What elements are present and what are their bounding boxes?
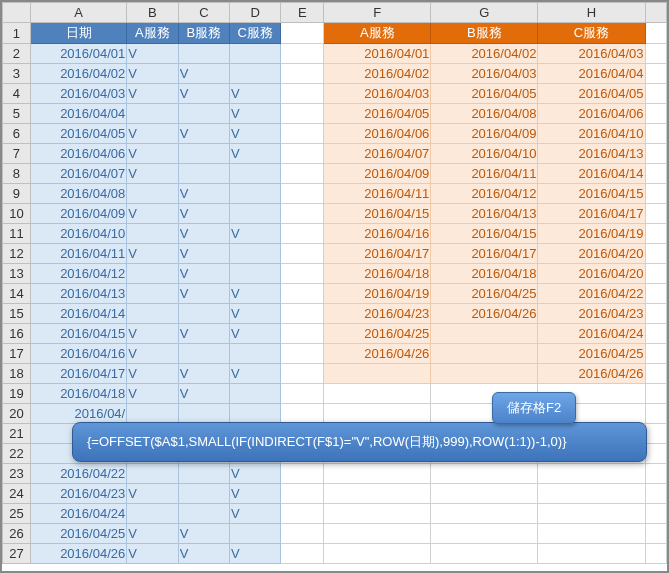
result-cell[interactable]: 2016/04/15 bbox=[324, 204, 431, 224]
service-cell[interactable] bbox=[127, 104, 178, 124]
result-cell[interactable]: 2016/04/24 bbox=[538, 324, 645, 344]
result-cell[interactable]: 2016/04/15 bbox=[538, 184, 645, 204]
date-cell[interactable]: 2016/04/06 bbox=[30, 144, 126, 164]
col-header-H[interactable]: H bbox=[538, 3, 645, 23]
row-header[interactable]: 11 bbox=[3, 224, 31, 244]
row-header[interactable]: 25 bbox=[3, 504, 31, 524]
date-cell[interactable]: 2016/04/11 bbox=[30, 244, 126, 264]
date-cell[interactable]: 2016/04/17 bbox=[30, 364, 126, 384]
result-cell[interactable]: 2016/04/05 bbox=[324, 104, 431, 124]
service-cell[interactable]: V bbox=[230, 364, 281, 384]
row-header[interactable]: 13 bbox=[3, 264, 31, 284]
service-cell[interactable]: V bbox=[127, 124, 178, 144]
service-cell[interactable] bbox=[127, 264, 178, 284]
service-cell[interactable] bbox=[230, 384, 281, 404]
date-cell[interactable]: 2016/04/24 bbox=[30, 504, 126, 524]
result-cell[interactable]: 2016/04/26 bbox=[324, 344, 431, 364]
result-cell[interactable]: 2016/04/20 bbox=[538, 244, 645, 264]
result-cell[interactable]: 2016/04/09 bbox=[324, 164, 431, 184]
service-cell[interactable]: V bbox=[127, 44, 178, 64]
result-cell[interactable]: 2016/04/05 bbox=[431, 84, 538, 104]
service-cell[interactable]: V bbox=[127, 364, 178, 384]
row-header[interactable]: 2 bbox=[3, 44, 31, 64]
service-cell[interactable]: V bbox=[127, 324, 178, 344]
result-cell[interactable]: 2016/04/17 bbox=[431, 244, 538, 264]
service-cell[interactable]: V bbox=[178, 184, 229, 204]
col-header-F[interactable]: F bbox=[324, 3, 431, 23]
result-cell[interactable]: 2016/04/03 bbox=[431, 64, 538, 84]
blank-cell[interactable] bbox=[281, 264, 324, 284]
result-cell[interactable] bbox=[431, 544, 538, 564]
result-cell[interactable]: 2016/04/13 bbox=[538, 144, 645, 164]
result-cell[interactable]: 2016/04/17 bbox=[538, 204, 645, 224]
result-cell[interactable]: 2016/04/02 bbox=[324, 64, 431, 84]
result-cell[interactable]: 2016/04/19 bbox=[324, 284, 431, 304]
service-cell[interactable] bbox=[178, 464, 229, 484]
date-cell[interactable]: 2016/04/10 bbox=[30, 224, 126, 244]
blank-cell[interactable] bbox=[281, 164, 324, 184]
result-cell[interactable] bbox=[324, 384, 431, 404]
row-header[interactable]: 18 bbox=[3, 364, 31, 384]
blank-cell[interactable] bbox=[281, 464, 324, 484]
orange-header-cell[interactable]: C服務 bbox=[538, 23, 645, 44]
service-cell[interactable]: V bbox=[230, 544, 281, 564]
blank-cell[interactable] bbox=[281, 204, 324, 224]
result-cell[interactable]: 2016/04/06 bbox=[324, 124, 431, 144]
service-cell[interactable]: V bbox=[178, 544, 229, 564]
blank-cell[interactable] bbox=[281, 344, 324, 364]
service-cell[interactable]: V bbox=[178, 264, 229, 284]
row-header[interactable]: 17 bbox=[3, 344, 31, 364]
blank-cell[interactable] bbox=[281, 304, 324, 324]
row-header[interactable]: 15 bbox=[3, 304, 31, 324]
blank-cell[interactable] bbox=[281, 124, 324, 144]
result-cell[interactable]: 2016/04/18 bbox=[431, 264, 538, 284]
result-cell[interactable]: 2016/04/05 bbox=[538, 84, 645, 104]
service-cell[interactable]: V bbox=[178, 124, 229, 144]
service-cell[interactable] bbox=[230, 244, 281, 264]
result-cell[interactable] bbox=[431, 344, 538, 364]
row-header[interactable]: 12 bbox=[3, 244, 31, 264]
result-cell[interactable]: 2016/04/25 bbox=[324, 324, 431, 344]
blue-header-cell[interactable]: 日期 bbox=[30, 23, 126, 44]
row-header[interactable]: 10 bbox=[3, 204, 31, 224]
result-cell[interactable] bbox=[431, 464, 538, 484]
result-cell[interactable]: 2016/04/14 bbox=[538, 164, 645, 184]
result-cell[interactable] bbox=[431, 484, 538, 504]
result-cell[interactable]: 2016/04/12 bbox=[431, 184, 538, 204]
result-cell[interactable]: 2016/04/17 bbox=[324, 244, 431, 264]
result-cell[interactable]: 2016/04/01 bbox=[324, 44, 431, 64]
result-cell[interactable]: 2016/04/15 bbox=[431, 224, 538, 244]
result-cell[interactable]: 2016/04/11 bbox=[324, 184, 431, 204]
service-cell[interactable] bbox=[178, 404, 229, 424]
service-cell[interactable]: V bbox=[178, 384, 229, 404]
blank-cell[interactable] bbox=[281, 484, 324, 504]
service-cell[interactable]: V bbox=[127, 524, 178, 544]
service-cell[interactable]: V bbox=[127, 344, 178, 364]
row-header[interactable]: 16 bbox=[3, 324, 31, 344]
result-cell[interactable]: 2016/04/23 bbox=[324, 304, 431, 324]
service-cell[interactable] bbox=[178, 44, 229, 64]
service-cell[interactable]: V bbox=[178, 364, 229, 384]
row-header[interactable]: 3 bbox=[3, 64, 31, 84]
service-cell[interactable]: V bbox=[178, 84, 229, 104]
service-cell[interactable]: V bbox=[230, 304, 281, 324]
result-cell[interactable] bbox=[431, 324, 538, 344]
service-cell[interactable]: V bbox=[230, 484, 281, 504]
row-header[interactable]: 20 bbox=[3, 404, 31, 424]
service-cell[interactable]: V bbox=[178, 64, 229, 84]
result-cell[interactable]: 2016/04/26 bbox=[538, 364, 645, 384]
row-header[interactable]: 5 bbox=[3, 104, 31, 124]
blank-cell[interactable] bbox=[281, 524, 324, 544]
service-cell[interactable] bbox=[230, 524, 281, 544]
service-cell[interactable]: V bbox=[178, 204, 229, 224]
row-header[interactable]: 7 bbox=[3, 144, 31, 164]
service-cell[interactable] bbox=[127, 504, 178, 524]
service-cell[interactable]: V bbox=[178, 524, 229, 544]
col-header-E[interactable]: E bbox=[281, 3, 324, 23]
spreadsheet-grid[interactable]: A B C D E F G H 1日期A服務B服務C服務A服務B服務C服務220… bbox=[2, 2, 667, 564]
service-cell[interactable]: V bbox=[127, 384, 178, 404]
result-cell[interactable]: 2016/04/04 bbox=[538, 64, 645, 84]
col-header-A[interactable]: A bbox=[30, 3, 126, 23]
orange-header-cell[interactable]: A服務 bbox=[324, 23, 431, 44]
date-cell[interactable]: 2016/04/13 bbox=[30, 284, 126, 304]
